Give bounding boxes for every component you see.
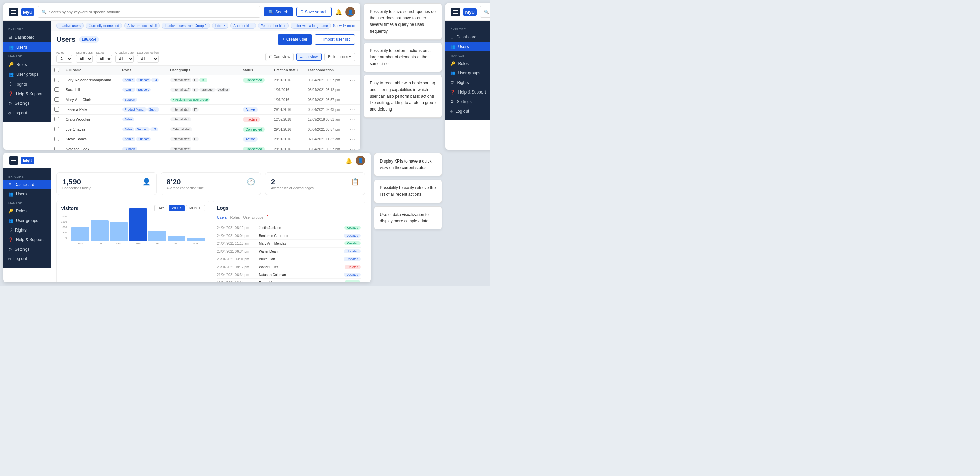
filter-chip-inactive[interactable]: Inactive users	[56, 23, 84, 29]
bar-element	[129, 208, 147, 241]
row-checkbox[interactable]	[54, 87, 59, 92]
dash-sidebar-roles[interactable]: 🔑 Roles	[3, 206, 51, 216]
sidebar-item-settings[interactable]: ⚙ Settings	[3, 98, 51, 108]
bulk-actions-button[interactable]: Bulk actions ▾	[324, 53, 355, 61]
dash-sidebar-dashboard[interactable]: ⊞ Dashboard	[3, 180, 51, 189]
chart-toggle-day[interactable]: DAY	[154, 205, 167, 211]
row-more-button[interactable]: ···	[350, 117, 356, 122]
adv-sidebar-roles[interactable]: 🔑 Roles	[445, 59, 490, 68]
adv-sidebar-dashboard[interactable]: ⊞ Dashboard	[445, 32, 490, 42]
th-user-groups[interactable]: User groups	[167, 66, 240, 75]
filter-chip-long[interactable]: Filter with a long name	[291, 23, 331, 29]
card-view-button[interactable]: ⊞ Card view	[266, 53, 294, 61]
main-search-bar[interactable]: 🔍	[38, 6, 260, 18]
import-user-button[interactable]: ↑ Import user list	[315, 34, 355, 44]
sidebar-item-users[interactable]: 👥 Users	[3, 42, 51, 52]
status-badge: Connected	[243, 146, 265, 150]
row-more-button[interactable]: ···	[350, 146, 356, 149]
logs-more-icon[interactable]: ···	[354, 205, 361, 211]
creation-date-filter[interactable]: All	[115, 55, 134, 63]
log-entry: 23/04/2021 03:01 pmBruce HartUpdated	[217, 255, 361, 263]
adv-search-bar[interactable]: 🔍	[480, 6, 490, 18]
adv-sidebar-user-groups[interactable]: 👥 User groups	[445, 68, 490, 78]
callout-table: Easy to read table with basic sorting an…	[364, 75, 442, 117]
sidebar-item-rights[interactable]: 🛡 Rights	[3, 79, 51, 89]
user-creation-cell: 12/09/2018	[270, 114, 304, 124]
sidebar-item-logout[interactable]: ⎋ Log out	[3, 108, 51, 117]
show-more-link[interactable]: Show 16 more	[333, 24, 355, 27]
sidebar-item-dashboard[interactable]: ⊞ Dashboard	[3, 32, 51, 42]
dash-sidebar-logout[interactable]: ⎋ Log out	[3, 254, 51, 263]
adv-sidebar-settings[interactable]: ⚙ Settings	[445, 97, 490, 106]
row-checkbox[interactable]	[54, 107, 59, 111]
page-title: Users 186,654	[56, 36, 99, 43]
row-more-button[interactable]: ···	[350, 97, 356, 102]
row-more-button[interactable]: ···	[350, 77, 356, 83]
select-all-checkbox[interactable]	[54, 68, 59, 72]
help-icon: ❓	[8, 92, 13, 96]
last-connection-filter[interactable]: All	[137, 55, 159, 63]
users-panel: MyU 🔍 🔍 Search 0 Save search 🔔	[3, 3, 360, 149]
dash-sidebar-rights[interactable]: 🛡 Rights	[3, 225, 51, 235]
bar-element	[72, 227, 89, 241]
chart-toggle-week[interactable]: WEEK	[169, 205, 185, 211]
table-header-row: Full name Roles User groups Status Creat…	[51, 66, 360, 75]
row-checkbox[interactable]	[54, 78, 59, 82]
row-more-button[interactable]: ···	[350, 127, 356, 132]
filter-chip-medical[interactable]: Active medical staff	[124, 23, 159, 29]
adv-sidebar-help[interactable]: ❓ Help & Support	[445, 87, 490, 97]
filter-chip-group1[interactable]: Inactive users from Group 1	[162, 23, 210, 29]
sidebar-item-roles[interactable]: 🔑 Roles	[3, 59, 51, 69]
dash-sidebar-users[interactable]: 👥 Users	[3, 189, 51, 199]
th-full-name[interactable]: Full name	[62, 66, 119, 75]
adv-sidebar-rights[interactable]: 🛡 Rights	[445, 78, 490, 87]
th-last-connection[interactable]: Last connection	[304, 66, 347, 75]
th-creation-date[interactable]: Creation date ↓	[270, 66, 304, 75]
logs-tab-user-groups[interactable]: User groups	[243, 214, 264, 221]
filter-chip-connected[interactable]: Currently connected	[86, 23, 123, 29]
bar-label: Wed.	[116, 242, 122, 245]
filter-chip-another[interactable]: Another filter	[231, 23, 256, 29]
th-status[interactable]: Status	[240, 66, 270, 75]
save-search-button[interactable]: 0 Save search	[296, 7, 332, 17]
row-checkbox[interactable]	[54, 146, 59, 150]
bell-icon[interactable]: 🔔	[335, 9, 342, 15]
th-actions	[347, 66, 361, 75]
row-more-button[interactable]: ···	[350, 136, 356, 142]
user-last-conn-cell: 08/04/2021 03:57 pm	[304, 95, 347, 105]
dash-user-avatar[interactable]: 👤	[356, 156, 365, 165]
user-avatar[interactable]: 👤	[345, 7, 355, 17]
row-more-button[interactable]: ···	[350, 87, 356, 92]
row-checkbox[interactable]	[54, 127, 59, 131]
logs-tab-roles[interactable]: Roles	[230, 214, 240, 221]
logs-tab-users[interactable]: Users	[217, 214, 227, 221]
filter-chip-yet[interactable]: Yet another filter	[258, 23, 288, 29]
adv-sidebar-users[interactable]: 👥 Users	[445, 42, 490, 51]
row-checkbox[interactable]	[54, 117, 59, 121]
chart-body: 1600 1200 800 400 0 MonTueWed.ThuFri.Sat…	[61, 215, 205, 246]
row-checkbox[interactable]	[54, 97, 59, 102]
adv-menu-icon[interactable]	[451, 8, 460, 16]
dash-bell-icon[interactable]: 🔔	[345, 157, 352, 164]
row-checkbox[interactable]	[54, 137, 59, 141]
row-more-button[interactable]: ···	[350, 107, 356, 112]
filter-chip-5[interactable]: Filter 5	[212, 23, 229, 29]
adv-sidebar-logout[interactable]: ⎋ Log out	[445, 106, 490, 116]
search-input[interactable]	[49, 10, 256, 14]
create-user-button[interactable]: + Create user	[278, 34, 312, 44]
status-filter[interactable]: All	[96, 55, 112, 63]
dash-sidebar-settings[interactable]: ⚙ Settings	[3, 244, 51, 254]
user-name-cell: Craig Woodkin	[62, 114, 119, 124]
dash-sidebar-help[interactable]: ❓ Help & Support	[3, 235, 51, 244]
sidebar-item-user-groups[interactable]: 👥 User groups	[3, 69, 51, 79]
menu-icon[interactable]	[9, 8, 18, 16]
search-button[interactable]: 🔍 Search	[264, 8, 293, 16]
dash-menu-icon[interactable]	[9, 156, 18, 165]
dash-sidebar-user-groups[interactable]: 👥 User groups	[3, 216, 51, 225]
chart-toggle-month[interactable]: MONTH	[186, 205, 205, 211]
list-view-button[interactable]: ≡ List view	[296, 53, 321, 60]
th-roles[interactable]: Roles	[119, 66, 167, 75]
sidebar-item-help[interactable]: ❓ Help & Support	[3, 89, 51, 98]
roles-filter[interactable]: All	[56, 55, 73, 63]
user-groups-filter[interactable]: All	[76, 55, 92, 63]
